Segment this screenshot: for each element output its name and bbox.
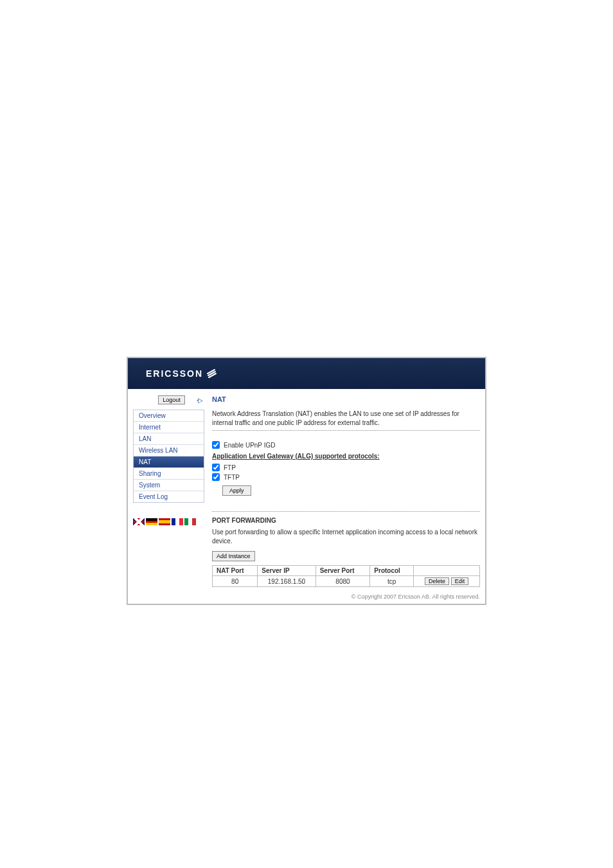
- nav-item-internet[interactable]: Internet: [134, 422, 204, 433]
- cell-actions: Delete Edit: [414, 576, 480, 587]
- nav-item-wireless-lan[interactable]: Wireless LAN: [134, 445, 204, 457]
- th-server-port: Server Port: [315, 566, 370, 576]
- brand: ERICSSON: [146, 368, 217, 379]
- logout-button[interactable]: Logout: [158, 395, 185, 404]
- alg-heading: Application Level Gateway (ALG) supporte…: [212, 453, 480, 460]
- port-forwarding-description: Use port forwarding to allow a specific …: [212, 528, 480, 546]
- alg-ftp-checkbox[interactable]: [212, 464, 220, 471]
- edit-button[interactable]: Edit: [451, 577, 469, 585]
- th-protocol: Protocol: [370, 566, 414, 576]
- flag-it-icon[interactable]: [184, 518, 196, 525]
- nav-item-lan[interactable]: LAN: [134, 433, 204, 445]
- nav-item-event-log[interactable]: Event Log: [134, 491, 204, 502]
- th-nat-port: NAT Port: [213, 566, 258, 576]
- nav-menu: Overview Internet LAN Wireless LAN NAT S…: [133, 410, 204, 503]
- cell-server-ip: 192.168.1.50: [258, 576, 315, 587]
- cell-protocol: tcp: [370, 576, 414, 587]
- delete-button[interactable]: Delete: [425, 577, 449, 585]
- copyright: © Copyright 2007 Ericsson AB. All rights…: [128, 591, 485, 604]
- expand-arrow-icon: ···▷: [197, 397, 202, 404]
- flag-fr-icon[interactable]: [172, 518, 183, 525]
- th-server-ip: Server IP: [258, 566, 315, 576]
- brand-text: ERICSSON: [146, 368, 203, 379]
- add-instance-button[interactable]: Add Instance: [212, 551, 255, 561]
- enable-upnp-checkbox[interactable]: [212, 441, 220, 449]
- ericsson-logo-icon: [207, 368, 217, 379]
- table-header-row: NAT Port Server IP Server Port Protocol: [213, 566, 480, 576]
- flag-es-icon[interactable]: [159, 518, 170, 525]
- table-row: 80 192.168.1.50 8080 tcp Delete Edit: [213, 576, 480, 587]
- nav-item-sharing[interactable]: Sharing: [134, 468, 204, 480]
- flag-uk-icon[interactable]: [133, 518, 145, 525]
- nav-item-overview[interactable]: Overview: [134, 410, 204, 422]
- flag-de-icon[interactable]: [146, 518, 157, 525]
- page-title: NAT: [212, 395, 480, 403]
- apply-button[interactable]: Apply: [222, 485, 251, 496]
- app-window: ERICSSON Logout ···▷ Overview Internet L…: [127, 357, 486, 605]
- cell-nat-port: 80: [213, 576, 258, 587]
- left-column: Logout ···▷ Overview Internet LAN Wirele…: [128, 395, 207, 587]
- nav-item-nat[interactable]: NAT: [134, 457, 204, 468]
- th-actions: [414, 566, 480, 576]
- port-forwarding-title: PORT FORWARDING: [212, 511, 480, 524]
- nav-item-system[interactable]: System: [134, 480, 204, 491]
- alg-tftp-checkbox[interactable]: [212, 473, 220, 481]
- alg-tftp-label: TFTP: [224, 474, 240, 481]
- alg-ftp-label: FTP: [224, 464, 236, 471]
- language-flags: [133, 518, 204, 525]
- port-forwarding-table: NAT Port Server IP Server Port Protocol …: [212, 565, 480, 587]
- header-bar: ERICSSON: [128, 358, 485, 389]
- main-content: NAT Network Address Translation (NAT) en…: [207, 395, 485, 587]
- enable-upnp-label: Enable UPnP IGD: [224, 442, 275, 449]
- cell-server-port: 8080: [315, 576, 370, 587]
- page-description: Network Address Translation (NAT) enable…: [212, 410, 480, 431]
